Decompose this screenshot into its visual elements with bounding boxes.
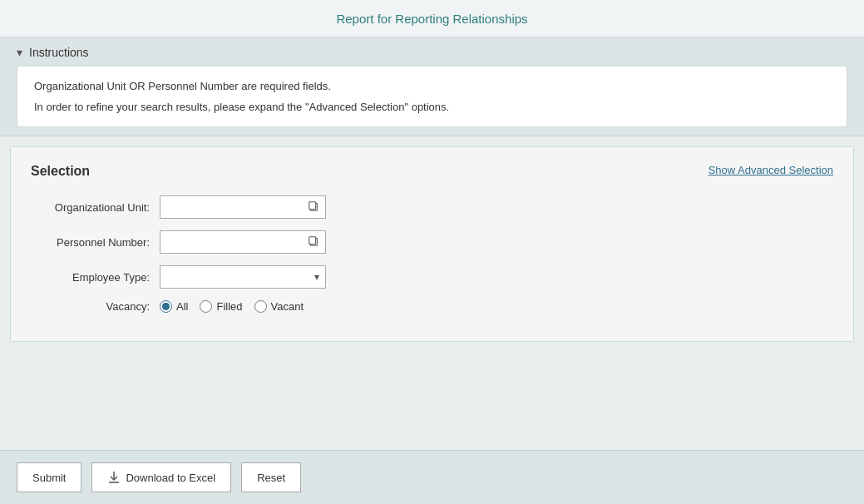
- reset-button[interactable]: Reset: [241, 462, 301, 492]
- personnel-number-label: Personnel Number:: [31, 236, 160, 249]
- vacancy-radio-group: All Filled Vacant: [160, 300, 304, 313]
- chevron-down-icon: ▾: [17, 46, 22, 59]
- org-unit-copy-icon[interactable]: [308, 200, 321, 214]
- employee-type-select[interactable]: [160, 265, 326, 289]
- page-header: Report for Reporting Relationships: [0, 0, 864, 37]
- vacancy-all-radio[interactable]: [160, 300, 172, 313]
- reset-label: Reset: [257, 472, 285, 484]
- personnel-number-row: Personnel Number:: [31, 230, 833, 254]
- personnel-number-input-wrapper: [160, 230, 326, 254]
- org-unit-label: Organizational Unit:: [31, 201, 160, 214]
- selection-header: Selection Show Advanced Selection: [31, 164, 833, 179]
- vacancy-all-item[interactable]: All: [160, 300, 188, 313]
- vacancy-filled-label: Filled: [216, 300, 242, 313]
- show-advanced-selection-link[interactable]: Show Advanced Selection: [708, 164, 833, 176]
- instructions-section: ▾ Instructions Organizational Unit OR Pe…: [0, 37, 864, 136]
- download-excel-button[interactable]: Download to Excel: [91, 462, 231, 492]
- download-label: Download to Excel: [126, 472, 215, 484]
- instructions-label: Instructions: [29, 46, 89, 59]
- org-unit-input-wrapper: [160, 195, 326, 219]
- page-title: Report for Reporting Relationships: [336, 12, 527, 26]
- submit-label: Submit: [32, 472, 66, 484]
- instructions-toggle[interactable]: ▾ Instructions: [17, 46, 847, 59]
- download-icon: [107, 471, 121, 484]
- employee-type-row: Employee Type: ▾: [31, 265, 833, 289]
- personnel-number-copy-icon[interactable]: [308, 235, 321, 249]
- selection-section: Selection Show Advanced Selection Organi…: [10, 146, 854, 342]
- submit-button[interactable]: Submit: [17, 462, 81, 492]
- vacancy-row: Vacancy: All Filled Vacant: [31, 300, 833, 313]
- employee-type-label: Employee Type:: [31, 271, 160, 284]
- org-unit-row: Organizational Unit:: [31, 195, 833, 219]
- svg-rect-3: [309, 237, 316, 245]
- vacancy-vacant-label: Vacant: [271, 300, 304, 313]
- personnel-number-input[interactable]: [160, 230, 326, 254]
- vacancy-filled-item[interactable]: Filled: [200, 300, 242, 313]
- selection-title: Selection: [31, 164, 90, 179]
- employee-type-select-wrapper: ▾: [160, 265, 326, 289]
- vacancy-filled-radio[interactable]: [200, 300, 212, 313]
- org-unit-input[interactable]: [160, 195, 326, 219]
- instructions-line-2: In order to refine your search results, …: [34, 101, 830, 113]
- instructions-line-1: Organizational Unit OR Personnel Number …: [34, 80, 830, 92]
- vacancy-all-label: All: [176, 300, 188, 313]
- footer: Submit Download to Excel Reset: [0, 450, 864, 504]
- svg-rect-1: [309, 202, 316, 210]
- vacancy-label: Vacancy:: [31, 300, 160, 313]
- vacancy-vacant-radio[interactable]: [254, 300, 267, 313]
- instructions-content: Organizational Unit OR Personnel Number …: [17, 66, 847, 127]
- vacancy-vacant-item[interactable]: Vacant: [254, 300, 304, 313]
